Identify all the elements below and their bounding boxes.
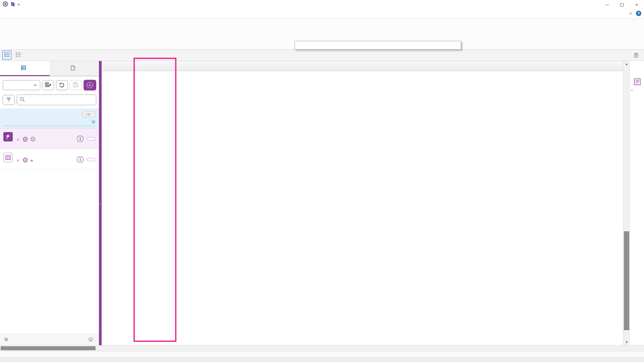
column-panel-toggle-icon[interactable]	[634, 78, 641, 86]
scrollbar-thumb[interactable]	[1, 346, 96, 350]
previous-view-button	[83, 111, 96, 117]
window-title	[0, 0, 644, 9]
grid-view-hierarchy-button[interactable]	[2, 51, 11, 60]
favorite-star-icon[interactable]: ★	[16, 158, 20, 163]
search-input[interactable]	[27, 97, 93, 103]
application-window: ▾ ─ × ᐱ ?	[0, 0, 644, 362]
previous-icon	[86, 113, 90, 116]
collapse-sidebar-icon[interactable]: ‹	[99, 202, 102, 206]
view-list-item-ytria-default[interactable]: ★	[0, 128, 99, 149]
ytria-badge-icon	[23, 137, 28, 143]
views-icon	[21, 65, 26, 71]
grid-view-flat-button[interactable]	[14, 51, 23, 60]
sidebar-splitter[interactable]: ‹	[99, 61, 102, 345]
view-set-select[interactable]	[3, 80, 40, 90]
suggest-view-button[interactable]	[89, 337, 95, 343]
tab-views[interactable]	[0, 61, 50, 76]
jobs-icon	[71, 65, 75, 71]
scrollbar-thumb[interactable]	[624, 231, 629, 330]
manage-views-button[interactable]	[4, 337, 10, 343]
grid-header	[102, 61, 623, 71]
horizontal-scrollbar[interactable]	[0, 345, 644, 351]
gear-icon	[4, 337, 8, 343]
sidebar: +	[0, 61, 99, 345]
favorite-star-icon[interactable]: ★	[16, 137, 20, 142]
search-icon	[20, 97, 25, 103]
data-grid	[102, 61, 623, 345]
close-button[interactable]: ×	[629, 0, 644, 9]
status-bar	[0, 351, 644, 357]
filter-icon	[6, 98, 11, 103]
chevron-down-icon	[34, 84, 37, 86]
title-bar: ▾ ─ ×	[0, 0, 644, 9]
flat-list-icon	[16, 52, 21, 58]
help-icon[interactable]: ?	[636, 11, 641, 16]
search-input-wrap[interactable]	[17, 95, 96, 105]
smiley-icon	[31, 137, 35, 142]
hierarchy-list-icon	[4, 52, 10, 58]
columns-pen-icon	[45, 82, 51, 88]
tab-jobs[interactable]	[50, 61, 99, 76]
ytria-badge-icon	[23, 158, 28, 164]
chevron-right-icon[interactable]: »	[31, 158, 33, 163]
rotate-ccw-icon	[59, 82, 64, 88]
reapply-view-button[interactable]	[87, 137, 96, 140]
maximize-button[interactable]	[614, 0, 629, 9]
save-view-button	[70, 80, 82, 90]
view-info-button[interactable]	[76, 156, 84, 164]
plus-icon: +	[87, 82, 93, 88]
view-list-item-group-licensing-info[interactable]: ★ »	[0, 149, 99, 170]
active-view-panel	[0, 109, 99, 128]
table-view-icon	[3, 153, 13, 162]
tooltip	[294, 41, 461, 50]
floppy-icon	[73, 82, 78, 88]
scroll-down-icon[interactable]: ▼	[623, 339, 630, 345]
ribbon-collapse-icon[interactable]: ᐱ	[629, 11, 632, 16]
apply-view-button[interactable]	[87, 158, 96, 161]
grouping-zone[interactable]	[0, 50, 644, 61]
panel-chevron-icon[interactable]: ‹	[631, 88, 633, 93]
hint-bar	[0, 357, 644, 362]
trash-icon[interactable]	[634, 52, 639, 59]
minimize-button[interactable]: ─	[600, 0, 614, 9]
chevron-double-down-icon[interactable]	[91, 120, 96, 125]
vertical-scrollbar[interactable]: ▲ ▼	[623, 61, 630, 345]
filter-views-button[interactable]	[3, 95, 15, 105]
reset-view-button[interactable]	[56, 80, 68, 90]
view-info-button[interactable]	[76, 135, 84, 143]
scroll-up-icon[interactable]: ▲	[623, 61, 630, 67]
ribbon-tab-bar	[0, 9, 644, 19]
right-panel-strip: ‹	[630, 61, 644, 345]
flag-icon	[3, 132, 13, 141]
edit-columns-button[interactable]	[42, 80, 54, 90]
add-view-button[interactable]: +	[84, 80, 96, 90]
suggest-smiley-icon	[89, 337, 93, 343]
maximize-icon	[620, 3, 624, 6]
